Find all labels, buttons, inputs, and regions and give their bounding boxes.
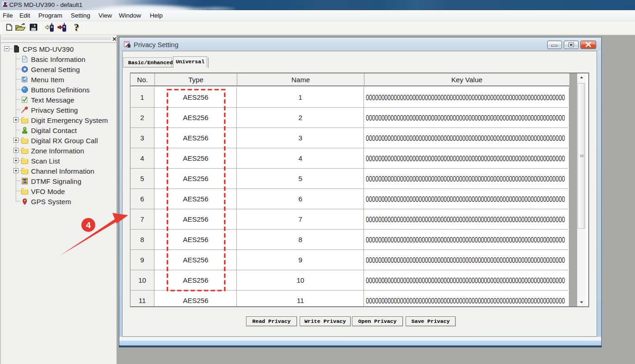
- svg-text:4: 4: [86, 220, 91, 230]
